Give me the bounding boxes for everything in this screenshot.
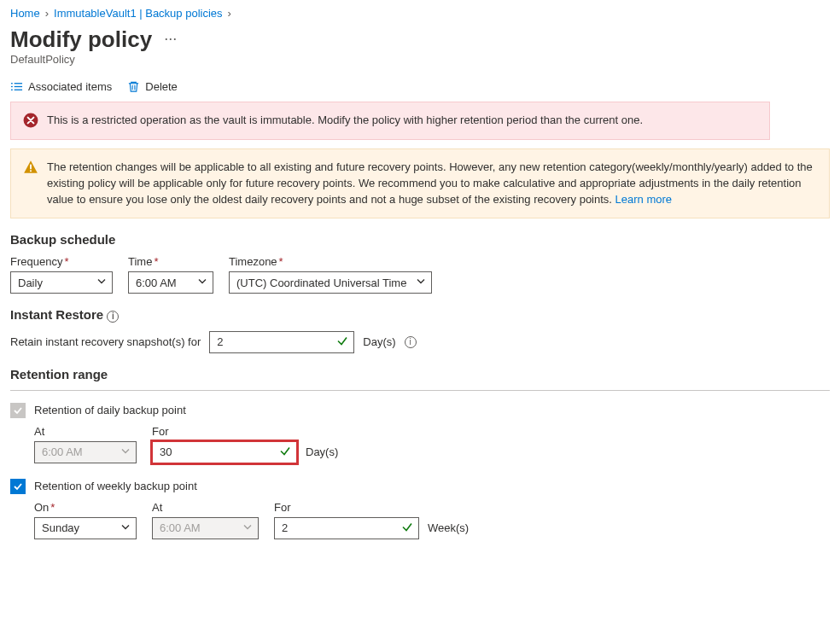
checkmark-icon	[279, 445, 291, 459]
daily-for-suffix: Day(s)	[306, 445, 338, 458]
breadcrumb: Home › ImmutableVault1 | Backup policies…	[10, 7, 830, 20]
weekly-at-select: 6:00 AM	[152, 517, 259, 539]
svg-rect-9	[30, 164, 32, 169]
command-bar: Associated items Delete	[10, 76, 830, 102]
chevron-down-icon	[120, 521, 131, 534]
instant-restore-heading: Instant Restore i	[10, 307, 830, 323]
timezone-label: Timezone*	[229, 255, 432, 268]
instant-days-suffix: Day(s)	[363, 335, 395, 348]
associated-items-label: Associated items	[28, 80, 112, 93]
info-icon[interactable]: i	[405, 336, 417, 348]
daily-retention-label: Retention of daily backup point	[34, 404, 186, 416]
checkmark-icon	[336, 335, 348, 349]
error-text: This is a restricted operation as the va…	[47, 113, 757, 129]
backup-schedule-heading: Backup schedule	[10, 232, 830, 247]
page-title: Modify policy	[10, 26, 152, 53]
weekly-at-label: At	[152, 501, 259, 514]
learn-more-link[interactable]: Learn more	[615, 193, 672, 206]
chevron-down-icon	[197, 277, 207, 289]
daily-at-label: At	[34, 425, 137, 438]
weekly-for-label: For	[274, 501, 469, 514]
checkmark-icon	[401, 521, 413, 535]
breadcrumb-vault[interactable]: ImmutableVault1 | Backup policies	[54, 7, 223, 20]
chevron-right-icon: ›	[228, 7, 231, 20]
chevron-down-icon	[416, 277, 426, 289]
daily-at-select: 6:00 AM	[34, 441, 137, 463]
time-label: Time*	[128, 255, 213, 268]
delete-label: Delete	[145, 80, 178, 93]
breadcrumb-home[interactable]: Home	[10, 7, 40, 20]
warning-text: The retention changes will be applicable…	[47, 160, 817, 208]
divider	[10, 390, 830, 391]
list-icon	[10, 80, 23, 93]
weekly-retention-label: Retention of weekly backup point	[34, 480, 197, 492]
warning-icon	[23, 160, 38, 175]
weekly-on-label: On*	[34, 501, 137, 514]
svg-rect-10	[30, 170, 32, 172]
error-banner: This is a restricted operation as the va…	[10, 102, 770, 140]
timezone-select[interactable]: (UTC) Coordinated Universal Time	[229, 271, 432, 294]
daily-retention-checkbox	[10, 403, 26, 418]
weekly-retention-checkbox[interactable]	[10, 479, 26, 494]
daily-for-input[interactable]: 30	[152, 441, 297, 463]
error-icon	[23, 113, 38, 128]
instant-days-input[interactable]: 2	[209, 331, 354, 353]
weekly-for-suffix: Week(s)	[428, 521, 469, 534]
instant-retain-label: Retain instant recovery snapshot(s) for	[10, 335, 201, 348]
trash-icon	[127, 80, 140, 93]
delete-button[interactable]: Delete	[127, 80, 178, 93]
weekly-on-select[interactable]: Sunday	[34, 517, 137, 539]
time-select[interactable]: 6:00 AM	[128, 271, 213, 294]
chevron-down-icon	[96, 277, 107, 289]
info-icon[interactable]: i	[107, 311, 119, 323]
more-actions-button[interactable]: ···	[164, 30, 177, 48]
chevron-down-icon	[242, 521, 253, 534]
associated-items-button[interactable]: Associated items	[10, 80, 112, 93]
weekly-for-input[interactable]: 2	[274, 517, 419, 539]
retention-range-heading: Retention range	[10, 367, 830, 381]
daily-for-label: For	[152, 425, 338, 438]
chevron-right-icon: ›	[45, 7, 49, 20]
frequency-label: Frequency*	[10, 255, 113, 268]
chevron-down-icon	[120, 445, 131, 458]
warning-banner: The retention changes will be applicable…	[10, 148, 830, 219]
frequency-select[interactable]: Daily	[10, 271, 113, 294]
page-subtitle: DefaultPolicy	[10, 53, 830, 66]
